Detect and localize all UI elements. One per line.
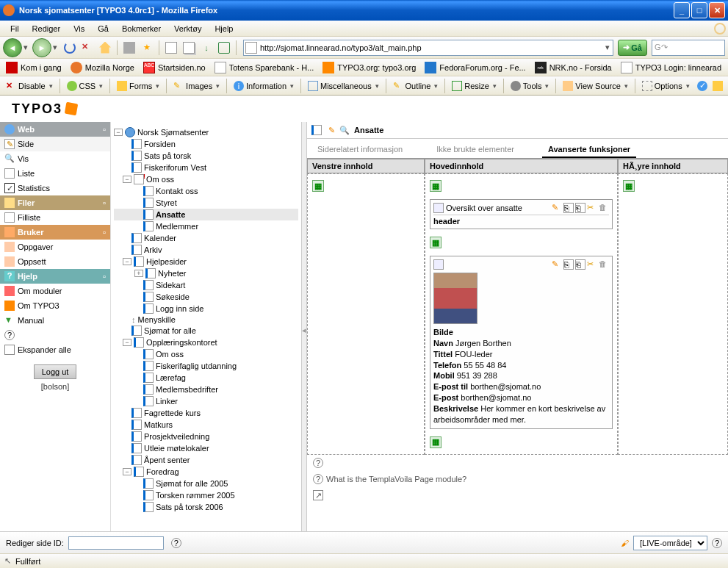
- module-header-bruker[interactable]: Bruker▫: [0, 225, 110, 240]
- new-content-button[interactable]: ▦: [430, 436, 442, 448]
- paint-icon[interactable]: 🖌: [621, 539, 629, 547]
- tree-collapse-icon[interactable]: −: [123, 258, 131, 265]
- downloads-button[interactable]: ↓: [198, 40, 215, 56]
- menu-verktoy[interactable]: Verktøy: [168, 23, 207, 35]
- webdev-css[interactable]: CSS: [64, 79, 107, 93]
- tab-ikkebrukte[interactable]: Ikke brukte elementer: [430, 142, 520, 158]
- tree-item[interactable]: Linker: [114, 395, 298, 407]
- module-side[interactable]: ✎Side: [0, 137, 110, 151]
- tree-item[interactable]: +Nyheter: [114, 267, 298, 279]
- tree-item[interactable]: Søkeside: [114, 291, 298, 303]
- tree-item[interactable]: Sjømat for alle: [114, 325, 298, 337]
- new-content-button[interactable]: ▦: [623, 180, 635, 192]
- bookmark-mozilla-norge[interactable]: Mozilla Norge: [68, 60, 137, 75]
- webdev-check-icon[interactable]: ✓: [696, 78, 710, 94]
- collapse-icon[interactable]: ▫: [103, 272, 106, 281]
- tree-item[interactable]: Forsiden: [114, 138, 298, 150]
- tree-item[interactable]: Medlemsbedrifter: [114, 384, 298, 395]
- tree-item[interactable]: Sidekart: [114, 279, 298, 291]
- cut-icon[interactable]: ✂: [587, 259, 597, 270]
- webdev-viewsource[interactable]: View Source: [560, 79, 631, 93]
- module-header-filer[interactable]: Filer▫: [0, 195, 110, 210]
- module-oppsett[interactable]: Oppsett: [0, 254, 110, 269]
- tree-item[interactable]: Prosjektveiledning: [114, 431, 298, 442]
- webdev-disable[interactable]: ✕Disable: [3, 79, 56, 93]
- reload-button[interactable]: [62, 40, 78, 56]
- collapse-icon[interactable]: ▫: [103, 125, 106, 134]
- webdev-misc[interactable]: Miscellaneous: [305, 79, 382, 93]
- tree-collapse-icon[interactable]: −: [123, 339, 131, 346]
- tab-siderelatert[interactable]: Siderelatert informasjon: [311, 142, 408, 158]
- bookmark-totens[interactable]: Totens Sparebank - H...: [212, 60, 317, 75]
- forward-dropdown[interactable]: ▾: [53, 43, 60, 52]
- webdev-outline[interactable]: ✎Outline: [390, 79, 442, 93]
- webdev-resize[interactable]: Resize: [449, 79, 500, 93]
- copy-icon[interactable]: ⎘: [563, 203, 574, 213]
- windows-button[interactable]: [181, 40, 197, 56]
- tree-collapse-icon[interactable]: −: [123, 468, 131, 475]
- tree-item[interactable]: Logg inn side: [114, 303, 298, 314]
- tree-item[interactable]: Fiskeriforum Vest: [114, 162, 298, 173]
- ref-icon[interactable]: ⎗: [575, 259, 585, 270]
- module-liste[interactable]: Liste: [0, 166, 110, 181]
- edit-pencil-icon[interactable]: ✎: [328, 126, 335, 135]
- tree-item-hjelpesider[interactable]: −Hjelpesider: [114, 256, 298, 267]
- tree-item[interactable]: Fiskerifaglig utdanning: [114, 360, 298, 372]
- bookmark-typo3-login[interactable]: TYPO3 Login: linnearad: [618, 60, 724, 75]
- tab-avanserte[interactable]: Avanserte funksjoner: [542, 142, 636, 158]
- tree-item[interactable]: Styret: [114, 197, 298, 209]
- bookmark-kom-i-gang[interactable]: Kom i gang: [3, 60, 65, 75]
- help-icon[interactable]: ?: [313, 458, 323, 468]
- edit-page-id-input[interactable]: [68, 536, 164, 550]
- tree-collapse-icon[interactable]: −: [123, 176, 131, 183]
- bookmark-startsiden[interactable]: ABCStartsiden.no: [140, 60, 209, 75]
- help-icon[interactable]: ?: [712, 538, 722, 548]
- tree-item[interactable]: Fagrettede kurs: [114, 407, 298, 419]
- tree-item-opplaering[interactable]: −Opplæringskontoret: [114, 337, 298, 348]
- back-dropdown[interactable]: ▾: [24, 43, 31, 52]
- tree-item[interactable]: Medlemmer: [114, 220, 298, 232]
- menu-fil[interactable]: Fil: [4, 23, 25, 35]
- module-ommoduler[interactable]: Om moduler: [0, 284, 110, 298]
- module-omtypo3[interactable]: Om TYPO3: [0, 298, 110, 313]
- url-dropdown-icon[interactable]: ▾: [602, 43, 613, 52]
- help-link[interactable]: What is the TemplaVoila Page module?: [326, 475, 466, 483]
- tree-item[interactable]: Torsken rømmer 2005: [114, 489, 298, 501]
- help-icon[interactable]: ?: [171, 538, 181, 548]
- delete-icon[interactable]: 🗑: [599, 259, 609, 270]
- delete-icon[interactable]: 🗑: [599, 203, 609, 213]
- module-manual[interactable]: ▼Manual: [0, 313, 110, 328]
- tree-expand-icon[interactable]: +: [134, 270, 143, 277]
- bookmark-nrk[interactable]: nrkNRK.no - Forsida: [532, 60, 615, 75]
- module-header-hjelp[interactable]: ?Hjelp▫: [0, 269, 110, 284]
- go-button[interactable]: ➜Gå: [618, 40, 647, 56]
- tree-item[interactable]: Sats på torsk 2006: [114, 501, 298, 513]
- webdev-information[interactable]: iInformation: [231, 79, 297, 93]
- edit-icon[interactable]: ✎: [552, 203, 562, 213]
- tree-item[interactable]: Sjømat for alle 2005: [114, 478, 298, 489]
- tree-item[interactable]: Matkurs: [114, 419, 298, 431]
- new-content-button[interactable]: ▦: [312, 180, 324, 192]
- tree-root[interactable]: −Norsk Sjømatsenter: [114, 126, 298, 138]
- new-content-button[interactable]: ▦: [430, 237, 442, 248]
- bookmark-typo3-org[interactable]: TYPO3.org: typo3.org: [320, 60, 419, 75]
- home-button[interactable]: [97, 40, 113, 56]
- window-maximize-button[interactable]: □: [691, 2, 707, 18]
- menu-bokmerker[interactable]: Bokmerker: [116, 23, 167, 35]
- history-button[interactable]: [216, 40, 232, 56]
- logout-button[interactable]: Logg ut: [34, 364, 77, 379]
- workspace-select[interactable]: [LIVE-område]: [633, 536, 707, 550]
- tree-item[interactable]: Kontakt oss: [114, 185, 298, 197]
- module-statistics[interactable]: ✓Statistics: [0, 181, 110, 195]
- webdev-options[interactable]: Options: [639, 79, 693, 93]
- tree-item[interactable]: Åpent senter: [114, 454, 298, 466]
- print-button[interactable]: [121, 40, 137, 56]
- webdev-paint-icon[interactable]: [711, 78, 725, 94]
- module-oppgaver[interactable]: Oppgaver: [0, 240, 110, 254]
- module-vis[interactable]: 🔍Vis: [0, 151, 110, 166]
- back-button[interactable]: ◄: [3, 38, 22, 57]
- tree-item[interactable]: Kalender: [114, 232, 298, 244]
- tree-item-menyskille[interactable]: ↕Menyskille: [114, 314, 298, 325]
- arrow-icon[interactable]: ↗: [313, 490, 323, 500]
- new-content-button[interactable]: ▦: [430, 180, 442, 192]
